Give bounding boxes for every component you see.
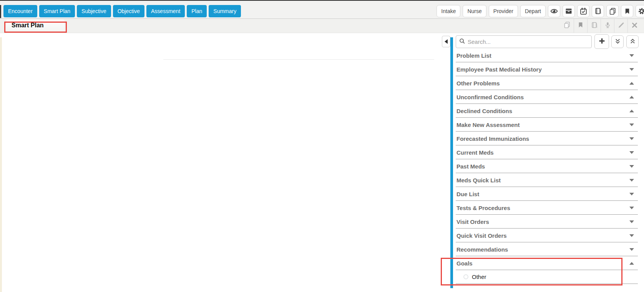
- section-label: Employee Past Medical History: [456, 66, 542, 72]
- chevron-left-icon: [445, 39, 448, 44]
- search-icon: [459, 38, 465, 46]
- bookmark-icon: [624, 8, 631, 15]
- section-label: Forecasted Immunizations: [456, 135, 529, 142]
- calendar-check-button[interactable]: [577, 5, 589, 17]
- section-label: Past Meds: [456, 163, 485, 169]
- chevron-icon: [629, 179, 634, 182]
- section-recommendations[interactable]: Recommendations: [456, 242, 638, 256]
- sidebar-search: [456, 35, 592, 48]
- goals-item-label: Other: [472, 274, 486, 280]
- smart-plan-button[interactable]: Smart Plan: [39, 5, 75, 17]
- book-button[interactable]: [592, 5, 604, 17]
- chevron-icon: [629, 68, 634, 71]
- chevron-icon: [629, 220, 634, 223]
- page-header: Smart Plan: [0, 18, 644, 33]
- nurse-button[interactable]: Nurse: [463, 5, 486, 17]
- depart-button[interactable]: Depart: [520, 5, 546, 17]
- section-visit-orders[interactable]: Visit Orders: [456, 215, 638, 229]
- top-toolbar: Encounter Smart Plan Subjective Objectiv…: [0, 0, 644, 18]
- section-goals[interactable]: Goals: [456, 256, 638, 270]
- header-tools: [560, 19, 641, 33]
- section-declined-conditions[interactable]: Declined Conditions: [456, 104, 638, 118]
- section-label: Meds Quick List: [456, 177, 501, 183]
- copy-button[interactable]: [606, 5, 619, 17]
- pencil-tool[interactable]: [614, 19, 627, 33]
- section-employee-past-medical-history[interactable]: Employee Past Medical History: [456, 62, 638, 76]
- archive-icon: [565, 8, 572, 15]
- page-title: Smart Plan: [12, 22, 44, 29]
- chevron-icon: [629, 262, 634, 265]
- encounter-nav: Encounter Smart Plan Subjective Objectiv…: [3, 5, 241, 17]
- eye-icon: [550, 7, 558, 15]
- app-window: Encounter Smart Plan Subjective Objectiv…: [0, 0, 644, 292]
- plus-icon: [598, 37, 606, 46]
- section-label: Visit Orders: [456, 218, 489, 225]
- chevron-icon: [629, 110, 634, 112]
- section-past-meds[interactable]: Past Meds: [456, 159, 638, 173]
- section-tests-procedures[interactable]: Tests & Procedures: [456, 201, 638, 215]
- section-label: Quick Visit Orders: [456, 232, 507, 239]
- eye-button[interactable]: [548, 5, 560, 17]
- summary-button[interactable]: Summary: [209, 5, 241, 17]
- close-tool[interactable]: [627, 19, 641, 33]
- section-current-meds[interactable]: Current Meds: [456, 145, 638, 159]
- section-label: Problem List: [456, 52, 491, 58]
- search-input[interactable]: [468, 38, 588, 45]
- double-chevron-down-icon: [614, 38, 621, 46]
- sidebar-section-list: Problem List Employee Past Medical Histo…: [456, 48, 638, 284]
- section-label: Due List: [456, 190, 479, 197]
- copy-icon: [564, 22, 571, 30]
- double-chevron-up-icon: [629, 38, 636, 46]
- chevron-icon: [629, 248, 634, 251]
- section-forecasted-immunizations[interactable]: Forecasted Immunizations: [456, 132, 638, 145]
- chevron-icon: [629, 165, 634, 168]
- sidebar-accent-bar: [450, 37, 453, 288]
- radio-icon[interactable]: [463, 274, 468, 279]
- section-due-list[interactable]: Due List: [456, 187, 638, 201]
- chevron-icon: [629, 151, 634, 154]
- gear-icon: [638, 7, 644, 15]
- content-divider: [163, 59, 434, 60]
- copy-icon: [609, 8, 616, 15]
- section-unconfirmed-conditions[interactable]: Unconfirmed Conditions: [456, 90, 638, 104]
- stage-toolbar: Intake Nurse Provider Depart: [437, 5, 644, 17]
- bookmark-tool[interactable]: [574, 19, 587, 33]
- provider-button[interactable]: Provider: [489, 5, 518, 17]
- section-label: Other Problems: [456, 80, 500, 86]
- microphone-icon: [604, 22, 611, 30]
- left-edge-strip: [0, 37, 2, 292]
- microphone-tool[interactable]: [601, 19, 614, 33]
- section-meds-quick-list[interactable]: Meds Quick List: [456, 173, 638, 187]
- book-icon: [594, 8, 601, 15]
- section-other-problems[interactable]: Other Problems: [456, 76, 638, 90]
- chevron-icon: [629, 96, 634, 98]
- objective-button[interactable]: Objective: [113, 5, 144, 17]
- pencil-icon: [618, 22, 624, 30]
- assessment-button[interactable]: Assessment: [146, 5, 185, 17]
- copy-tool[interactable]: [560, 19, 574, 33]
- chevron-icon: [629, 82, 634, 85]
- expand-all-button[interactable]: [611, 35, 624, 48]
- add-button[interactable]: [594, 34, 609, 49]
- sidebar-collapse-button[interactable]: [442, 36, 450, 47]
- plan-button[interactable]: Plan: [187, 5, 207, 17]
- section-label: Make New Assessment: [456, 121, 520, 128]
- section-quick-visit-orders[interactable]: Quick Visit Orders: [456, 229, 638, 242]
- bookmark-button[interactable]: [621, 5, 633, 17]
- chevron-icon: [629, 193, 634, 195]
- encounter-button[interactable]: Encounter: [3, 5, 37, 17]
- section-make-new-assessment[interactable]: Make New Assessment: [456, 118, 638, 132]
- archive-button[interactable]: [563, 5, 575, 17]
- calendar-check-icon: [580, 8, 587, 15]
- goals-item-other[interactable]: Other: [456, 270, 638, 284]
- subjective-button[interactable]: Subjective: [77, 5, 111, 17]
- gear-button[interactable]: [636, 5, 644, 17]
- collapse-all-button[interactable]: [626, 35, 639, 48]
- close-icon: [632, 22, 637, 30]
- book-tool[interactable]: [587, 19, 601, 33]
- section-label: Current Meds: [456, 149, 494, 155]
- chevron-icon: [629, 137, 634, 140]
- section-problem-list[interactable]: Problem List: [456, 48, 638, 62]
- section-label: Declined Conditions: [456, 107, 512, 114]
- intake-button[interactable]: Intake: [437, 5, 460, 17]
